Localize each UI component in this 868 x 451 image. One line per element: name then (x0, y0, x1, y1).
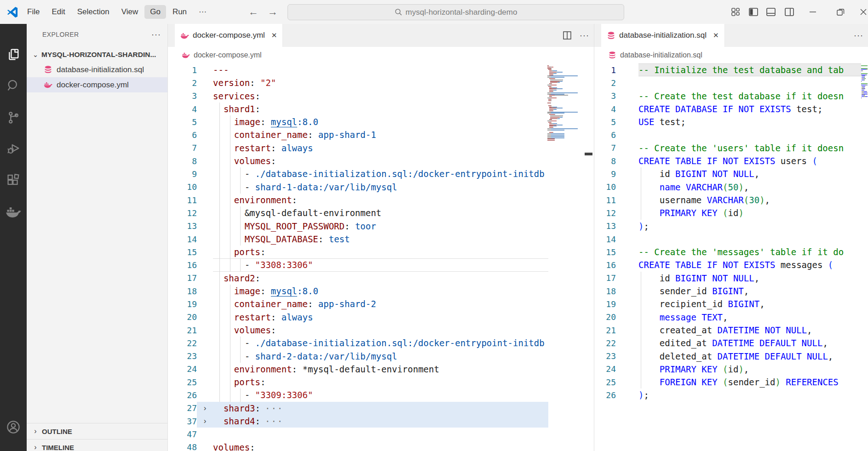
code-line-25[interactable]: 25 FOREIGN KEY (sender_id) REFERENCES (594, 376, 861, 388)
close-tab-icon[interactable]: ✕ (713, 31, 719, 40)
folded-ellipsis[interactable]: ··· (265, 403, 283, 413)
minimize-button[interactable] (806, 5, 820, 19)
code-line-25[interactable]: 25 ports: (168, 376, 548, 388)
editor-more-actions-icon[interactable]: ··· (580, 31, 589, 40)
code-line-3[interactable]: 3services: (168, 90, 548, 103)
tab-docker-compose.yml[interactable]: docker-compose.yml✕ (175, 24, 283, 47)
toggle-primary-sidebar-icon[interactable] (747, 5, 760, 19)
code-line-11[interactable]: 11 environment: (168, 194, 548, 206)
activitybar-source-control-icon[interactable] (0, 104, 27, 131)
folded-ellipsis[interactable]: ··· (265, 416, 283, 426)
fold-chevron-icon[interactable]: › (197, 415, 213, 428)
code-line-8[interactable]: 8CREATE TABLE IF NOT EXISTS users ( (594, 154, 861, 167)
breadcrumb[interactable]: docker-compose.yml (168, 47, 594, 63)
code-line-9[interactable]: 9 id BIGINT NOT NULL, (594, 167, 861, 180)
split-editor-icon[interactable] (562, 30, 572, 40)
menu-edit[interactable]: Edit (46, 5, 70, 19)
activitybar-search-icon[interactable] (0, 72, 27, 99)
activitybar-extensions-icon[interactable] (0, 167, 27, 194)
code-line-20[interactable]: 20 restart: always (168, 311, 548, 324)
minimap[interactable] (861, 65, 868, 99)
code-line-4[interactable]: 4CREATE DATABASE IF NOT EXISTS test; (594, 103, 861, 115)
menu-run[interactable]: Run (167, 5, 192, 19)
activitybar-run-debug-icon[interactable] (0, 135, 27, 162)
code-line-14[interactable]: 14 (594, 233, 861, 245)
minimap[interactable] (547, 65, 583, 141)
sidebar-section-timeline[interactable]: ›TIMELINE (27, 439, 167, 451)
code-line-18[interactable]: 18 sender_id BIGINT, (594, 285, 861, 297)
menu-selection[interactable]: Selection (72, 5, 115, 19)
code-line-18[interactable]: 18 image: mysql:8.0 (168, 285, 548, 297)
forward-arrow-icon[interactable]: → (266, 5, 280, 19)
code-line-19[interactable]: 19 recipient_id BIGINT, (594, 297, 861, 310)
close-button[interactable] (857, 5, 868, 19)
code-line-24[interactable]: 24 environment: *mysql-default-environme… (168, 363, 548, 376)
code-line-15[interactable]: 15 ports: (168, 245, 548, 258)
toggle-secondary-sidebar-icon[interactable] (782, 5, 796, 19)
code-line-1[interactable]: 1-- Initialize the test database and tab (594, 63, 861, 76)
tab-database-initialization.sql[interactable]: database-initialization.sql✕ (601, 24, 725, 47)
toggle-panel-icon[interactable] (764, 5, 778, 19)
code-line-23[interactable]: 23 deleted_at DATETIME DEFAULT NULL, (594, 350, 861, 363)
menu-[interactable]: ··· (193, 5, 212, 19)
code-line-22[interactable]: 22 edited_at DATETIME DEFAULT NULL, (594, 337, 861, 349)
code-line-1[interactable]: 1--- (168, 63, 548, 76)
code-line-15[interactable]: 15-- Create the 'messages' table if it d… (594, 245, 861, 258)
code-line-19[interactable]: 19 container_name: app-shard-2 (168, 297, 548, 310)
code-line-7[interactable]: 7-- Create the 'users' table if it doesn (594, 142, 861, 154)
code-line-48[interactable]: 48volumes: (168, 441, 548, 451)
code-line-6[interactable]: 6 (594, 128, 861, 141)
code-line-13[interactable]: 13 MYSQL_ROOT_PASSWORD: toor (168, 220, 548, 233)
code-line-8[interactable]: 8 volumes: (168, 154, 548, 167)
code-editor[interactable]: 1-- Initialize the test database and tab… (594, 63, 868, 451)
code-line-27[interactable]: 27› shard3:··· (168, 402, 548, 415)
explorer-more-actions-icon[interactable]: ··· (151, 30, 161, 40)
code-line-26[interactable]: 26); (594, 388, 861, 401)
close-tab-icon[interactable]: ✕ (271, 31, 277, 40)
code-line-47[interactable]: 47 (168, 428, 548, 440)
code-line-12[interactable]: 12 PRIMARY KEY (id) (594, 206, 861, 219)
code-line-9[interactable]: 9 - ./database-initialization.sql:/docke… (168, 167, 548, 180)
menu-view[interactable]: View (116, 5, 144, 19)
file-item-database-initialization.sql[interactable]: database-initialization.sql (27, 62, 167, 77)
code-line-11[interactable]: 11 username VARCHAR(30), (594, 194, 861, 206)
back-arrow-icon[interactable]: ← (247, 5, 260, 19)
code-line-20[interactable]: 20 message TEXT, (594, 311, 861, 324)
editor-group-divider[interactable] (594, 24, 594, 451)
file-item-docker-compose.yml[interactable]: docker-compose.yml (27, 77, 167, 92)
code-line-2[interactable]: 2 (594, 76, 861, 89)
code-editor[interactable]: 1---2version: "2"3services:4 shard1:5 im… (168, 63, 594, 451)
menu-file[interactable]: File (22, 5, 45, 19)
code-line-5[interactable]: 5 image: mysql:8.0 (168, 115, 548, 128)
activitybar-settings-icon[interactable]: ⚙ (0, 444, 27, 451)
customize-layout-icon[interactable] (729, 5, 742, 19)
activitybar-docker-icon[interactable] (0, 199, 27, 225)
menu-go[interactable]: Go (144, 5, 166, 19)
code-line-24[interactable]: 24 PRIMARY KEY (id), (594, 363, 861, 376)
code-line-5[interactable]: 5USE test; (594, 115, 861, 128)
fold-chevron-icon[interactable]: › (197, 402, 213, 415)
breadcrumb[interactable]: database-initialization.sql (594, 47, 868, 63)
code-line-22[interactable]: 22 - ./database-initialization.sql:/dock… (168, 337, 548, 349)
code-line-17[interactable]: 17 shard2: (168, 272, 548, 285)
code-line-7[interactable]: 7 restart: always (168, 142, 548, 154)
activitybar-explorer-icon[interactable] (0, 41, 27, 68)
code-line-14[interactable]: 14 MYSQL_DATABASE: test (168, 233, 548, 245)
editor-more-actions-icon[interactable]: ··· (854, 31, 863, 40)
code-line-6[interactable]: 6 container_name: app-shard-1 (168, 128, 548, 141)
code-line-10[interactable]: 10 name VARCHAR(50), (594, 181, 861, 194)
workspace-folder-row[interactable]: ⌄ MYSQL-HORIZONTAL-SHARDIN... (27, 47, 167, 62)
code-line-13[interactable]: 13); (594, 220, 861, 233)
code-line-4[interactable]: 4 shard1: (168, 103, 548, 115)
code-line-26[interactable]: 26 - "3309:3306" (168, 388, 548, 401)
sidebar-section-outline[interactable]: ›OUTLINE (27, 423, 167, 439)
restore-button[interactable] (834, 5, 847, 19)
code-line-3[interactable]: 3-- Create the test database if it doesn (594, 90, 861, 103)
code-line-21[interactable]: 21 created_at DATETIME NOT NULL, (594, 324, 861, 337)
command-center-search[interactable]: mysql-horizontal-sharding-demo (287, 4, 624, 20)
code-line-21[interactable]: 21 volumes: (168, 324, 548, 337)
code-line-37[interactable]: 37› shard4:··· (168, 415, 548, 428)
code-line-10[interactable]: 10 - shard-1-data:/var/lib/mysql (168, 181, 548, 194)
code-line-2[interactable]: 2version: "2" (168, 76, 548, 89)
code-line-16[interactable]: 16 - "3308:3306" (168, 258, 548, 271)
